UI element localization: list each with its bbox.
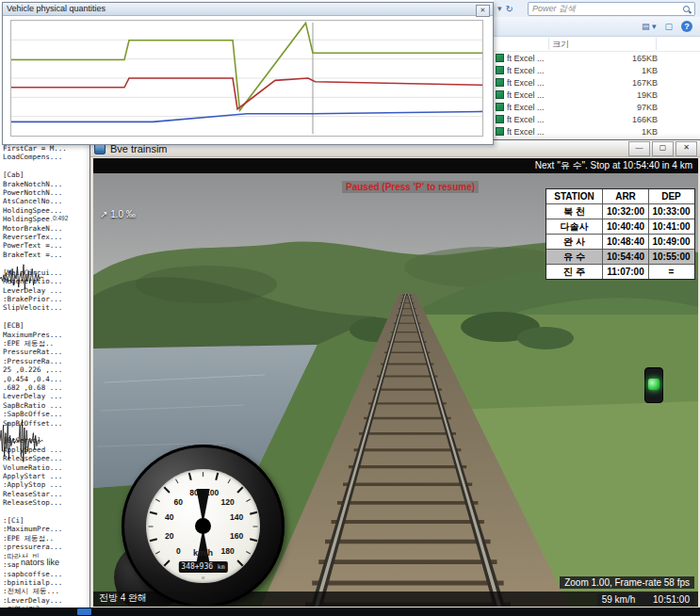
- gauge-number: 140: [226, 512, 247, 522]
- file-size: 1KB: [554, 127, 663, 137]
- gauge-tick: [187, 472, 191, 479]
- excel-file-icon: [496, 54, 504, 62]
- views-button[interactable]: ▤ ▾: [642, 22, 657, 31]
- timetable-cell: 10:48:40: [603, 235, 649, 249]
- file-row[interactable]: ft Excel ...19KB: [494, 89, 700, 101]
- timetable-cell: 북 천: [546, 204, 603, 219]
- timetable-row: 북 천10:32:0010:33:00: [546, 204, 694, 219]
- file-size: 19KB: [554, 90, 663, 100]
- gauge-number: 0: [168, 546, 188, 556]
- gradient-indicator: ↗ 1.0 ‰: [100, 209, 136, 219]
- odometer-value: 348+936: [181, 562, 213, 571]
- search-input[interactable]: Power 검색: [528, 2, 695, 16]
- gauge-tick: [149, 526, 154, 527]
- file-size: 165KB: [554, 54, 663, 63]
- gauge-tick: [155, 498, 160, 501]
- file-row[interactable]: ft Excel ...166KB: [494, 113, 700, 125]
- gauge-number: 40: [159, 512, 180, 522]
- gauge-tick: [203, 472, 203, 477]
- odometer-unit: km: [218, 563, 225, 571]
- timetable: STATIONARRDEP북 천10:32:0010:33:00다솔사10:40…: [545, 188, 695, 280]
- current-time: 10:51:00: [653, 594, 690, 605]
- search-icon[interactable]: [682, 5, 692, 14]
- config-editor-panel: FirstCar = M... LoadCompens... [Cab] Bra…: [0, 141, 92, 608]
- timetable-cell: 10:41:00: [649, 219, 693, 234]
- file-name: ft Excel ...: [507, 127, 554, 137]
- gauge-number: 120: [218, 496, 238, 506]
- vq-title-bar[interactable]: Vehicle physical quantities ✕: [3, 3, 493, 16]
- gauge-hub: [195, 518, 211, 534]
- file-name: ft Excel ...: [507, 90, 554, 100]
- timetable-header-row: STATIONARRDEP: [546, 189, 694, 204]
- waveform-1: [0, 256, 43, 298]
- bve-client-area: Next "유 수". Stop at 10:54:40 in 4 km: [93, 158, 698, 607]
- gauge-tick: [228, 478, 231, 483]
- size-column-header[interactable]: 크기: [552, 39, 569, 51]
- waveform-2: [0, 414, 43, 467]
- gauge-tick: [163, 486, 170, 493]
- taskbar-app-icon[interactable]: [77, 608, 91, 615]
- gauge-brand-icon: ⊚: [146, 575, 260, 580]
- file-row[interactable]: ft Excel ...1KB: [494, 64, 700, 76]
- excel-file-icon: [496, 90, 504, 99]
- layout-button[interactable]: ▢: [664, 22, 673, 31]
- gauge-number: 180: [218, 546, 238, 556]
- vq-close-button[interactable]: ✕: [476, 5, 490, 17]
- simulator-scene[interactable]: Paused (Press 'P' to resume) ↗ 1.0 ‰ STA…: [93, 173, 698, 607]
- signal-green-light: [648, 379, 659, 390]
- excel-file-icon: [496, 78, 504, 87]
- excel-file-icon: [496, 127, 504, 136]
- maximize-button[interactable]: ▢: [652, 141, 674, 156]
- timetable-cell: 다솔사: [546, 219, 603, 234]
- timetable-header-cell: DEP: [649, 189, 693, 203]
- file-name: ft Excel ...: [507, 78, 554, 88]
- excel-file-icon: [496, 115, 504, 123]
- column-divider: [656, 38, 657, 50]
- file-name: ft Excel ...: [507, 115, 554, 124]
- timetable-cell: 유 수: [546, 250, 603, 264]
- file-size: 97KB: [554, 103, 663, 112]
- timetable-cell: 10:32:00: [603, 204, 649, 219]
- file-row[interactable]: ft Excel ...97KB: [494, 101, 700, 113]
- file-row[interactable]: ft Excel ...1KB: [494, 125, 700, 138]
- timetable-header-cell: ARR: [603, 189, 649, 203]
- timetable-cell: 10:55:00: [649, 250, 693, 264]
- vq-chart: [10, 20, 483, 137]
- file-name: ft Excel ...: [507, 103, 554, 112]
- gauge-tick: [149, 538, 156, 542]
- file-row[interactable]: ft Excel ...167KB: [494, 76, 700, 89]
- timetable-row: 완 사10:48:4010:49:00: [546, 235, 694, 250]
- address-dropdown-icon[interactable]: ▾: [497, 4, 502, 13]
- gauge-dial: km/h 348+936 km ⊚ 0204060801001201401601…: [146, 469, 260, 583]
- help-button[interactable]: ?: [681, 21, 692, 32]
- gauge-tick: [236, 559, 243, 566]
- speed-time-box: 59 km/h 10:51:00: [597, 593, 694, 606]
- bve-window: Bve trainsim — ▢ ✕ Next "유 수". Stop at 1…: [90, 139, 700, 610]
- column-header-row: 크기: [494, 37, 700, 52]
- timetable-row: 진 주11:07:00=: [546, 265, 694, 279]
- gauge-number: 20: [159, 530, 180, 540]
- timetable-header-cell: STATION: [546, 189, 603, 203]
- zoom-framerate-box: Zoom 1.00, Frame-rate 58 fps: [560, 576, 694, 589]
- refresh-icon[interactable]: ↻: [506, 4, 513, 14]
- excel-file-icon: [496, 103, 504, 111]
- timetable-cell: 10:33:00: [649, 204, 693, 219]
- editor-bottom-text: nators like: [19, 558, 61, 567]
- gradient-arrow-icon: ↗: [100, 209, 107, 219]
- taskbar[interactable]: [0, 608, 700, 616]
- gradient-value: 1.0 ‰: [110, 209, 136, 219]
- gauge-tick: [236, 486, 243, 493]
- file-name: ft Excel ...: [507, 66, 554, 75]
- close-button[interactable]: ✕: [676, 141, 697, 156]
- file-row[interactable]: ft Excel ...165KB: [494, 52, 700, 64]
- explorer-toolbar: ▤ ▾ ▢ ?: [494, 17, 700, 37]
- plot-label: 0:492: [52, 215, 69, 221]
- gauge-tick: [253, 526, 258, 527]
- gauge-tick: [163, 559, 170, 566]
- minimize-button[interactable]: —: [628, 141, 650, 156]
- timetable-cell: 완 사: [546, 235, 603, 249]
- gauge-number: 60: [168, 496, 188, 506]
- vq-chart-svg: [11, 21, 482, 136]
- search-placeholder: Power 검색: [529, 3, 682, 15]
- gauge-tick: [215, 472, 219, 479]
